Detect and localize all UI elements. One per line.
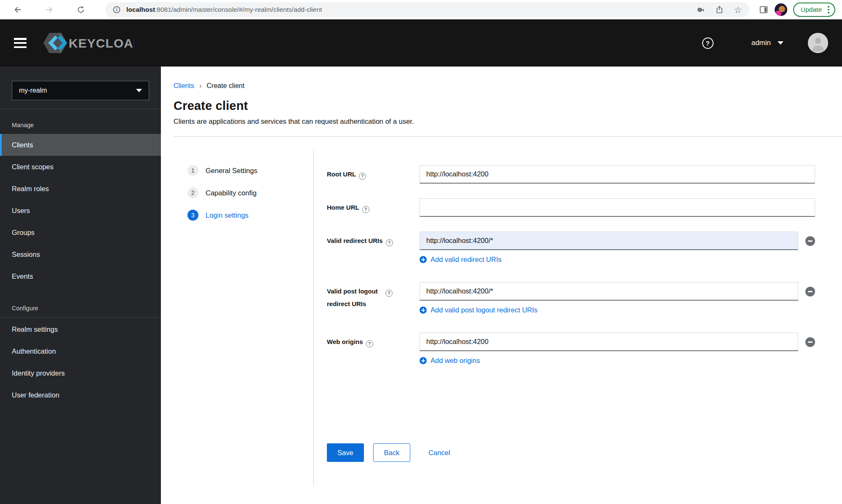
valid-redirect-uris-label: Valid redirect URIs (327, 232, 420, 246)
save-button[interactable]: Save (327, 443, 364, 462)
page-title: Create client (174, 99, 842, 113)
masthead: KEYCLOAK admin (0, 19, 842, 67)
site-info-icon[interactable] (112, 5, 121, 14)
update-label: Update (801, 6, 822, 13)
share-icon[interactable] (715, 5, 724, 14)
chevron-down-icon (778, 41, 783, 45)
svg-text:KEYCLOAK: KEYCLOAK (69, 36, 134, 50)
nav-toggle-icon[interactable] (14, 38, 27, 48)
page-subtitle: Clients are applications and services th… (174, 117, 842, 125)
remove-web-origin-button[interactable] (805, 337, 815, 347)
valid-redirect-uri-input[interactable] (420, 232, 798, 250)
step-number: 3 (187, 210, 198, 221)
add-web-origins-link[interactable]: Add web origins (420, 357, 480, 365)
help-icon[interactable] (702, 37, 714, 49)
browser-reload-icon[interactable] (76, 5, 86, 15)
wizard-steps: 1 General Settings 2 Capability config 3… (161, 137, 313, 499)
sidebar: my-realm Manage Clients Client scopes Re… (0, 67, 161, 504)
root-url-label: Root URL (327, 165, 420, 180)
user-menu[interactable]: admin (751, 39, 783, 47)
address-bar[interactable]: localhost:8081/admin/master/console/#/my… (105, 2, 749, 17)
realm-name: my-realm (19, 87, 47, 94)
step-number: 1 (187, 165, 198, 176)
sidebar-item-authentication[interactable]: Authentication (0, 340, 161, 362)
remove-redirect-uri-button[interactable] (805, 236, 815, 246)
chevron-down-icon (136, 89, 142, 92)
root-url-row: Root URL (327, 165, 815, 184)
valid-post-logout-label: Valid post logout redirect URIs (327, 282, 420, 310)
help-icon[interactable] (359, 173, 366, 180)
main-content: Clients Create client Create client Clie… (161, 67, 842, 504)
sidebar-item-identity-providers[interactable]: Identity providers (0, 362, 161, 384)
sidebar-item-realm-settings[interactable]: Realm settings (0, 318, 161, 340)
back-button[interactable]: Back (373, 443, 411, 462)
sidebar-divider (0, 317, 161, 317)
home-url-row: Home URL (327, 198, 815, 217)
breadcrumb-separator-icon (199, 82, 202, 90)
nav-section-configure: Configure (0, 287, 161, 312)
step-label: General Settings (206, 167, 257, 175)
valid-post-logout-uri-input[interactable] (420, 282, 798, 301)
username: admin (751, 39, 771, 47)
add-valid-redirect-uris-link[interactable]: Add valid redirect URIs (420, 256, 502, 264)
browser-profile-avatar[interactable] (775, 3, 787, 16)
browser-menu-icon[interactable] (826, 5, 831, 14)
breadcrumb: Clients Create client (174, 82, 842, 90)
plus-icon (420, 357, 427, 364)
sidebar-item-client-scopes[interactable]: Client scopes (0, 156, 161, 178)
help-icon[interactable] (366, 340, 373, 347)
plus-icon (420, 307, 427, 314)
sidebar-item-sessions[interactable]: Sessions (0, 243, 161, 265)
web-origins-input[interactable] (420, 333, 798, 351)
user-avatar[interactable] (808, 33, 828, 53)
side-panel-icon[interactable] (759, 5, 769, 15)
browser-toolbar: localhost:8081/admin/master/console/#/my… (0, 0, 842, 19)
step-label: Capability config (206, 189, 257, 197)
wizard-step-general-settings[interactable]: 1 General Settings (187, 165, 313, 176)
sidebar-item-user-federation[interactable]: User federation (0, 384, 161, 406)
keycloak-logo: KEYCLOAK (43, 32, 134, 54)
url-host: localhost (126, 6, 155, 13)
login-settings-form: Root URL Home URL (314, 137, 842, 499)
valid-redirect-uris-row: Valid redirect URIs Add valid redirect U… (327, 232, 815, 265)
sidebar-item-events[interactable]: Events (0, 265, 161, 287)
url-path: :8081/admin/master/console/#/my-realm/cl… (155, 6, 322, 13)
step-number: 2 (187, 187, 198, 198)
web-origins-label: Web origins (327, 333, 420, 347)
screen: localhost:8081/admin/master/console/#/my… (0, 0, 842, 504)
sidebar-item-users[interactable]: Users (0, 200, 161, 221)
root-url-input[interactable] (420, 165, 815, 184)
sidebar-item-groups[interactable]: Groups (0, 221, 161, 243)
breadcrumb-current: Create client (207, 82, 245, 90)
valid-post-logout-row: Valid post logout redirect URIs Add vali… (327, 282, 815, 315)
bookmark-star-icon[interactable]: ☆ (733, 5, 743, 14)
step-label: Login settings (206, 211, 249, 219)
web-origins-row: Web origins Add web origins (327, 333, 815, 366)
wizard-step-login-settings[interactable]: 3 Login settings (187, 210, 313, 221)
home-url-input[interactable] (420, 198, 815, 217)
wizard-step-capability-config[interactable]: 2 Capability config (187, 187, 313, 198)
home-url-label: Home URL (327, 198, 420, 213)
url-text[interactable]: localhost:8081/admin/master/console/#/my… (126, 6, 687, 13)
breadcrumb-clients-link[interactable]: Clients (174, 82, 194, 90)
cancel-button[interactable]: Cancel (428, 443, 450, 462)
password-key-icon[interactable] (696, 5, 706, 14)
remove-post-logout-uri-button[interactable] (805, 287, 815, 296)
realm-selector[interactable]: my-realm (12, 81, 149, 100)
form-actions: Save Back Cancel (327, 443, 815, 462)
help-icon[interactable] (386, 239, 393, 246)
chrome-update-button[interactable]: Update (793, 3, 835, 17)
help-icon[interactable] (362, 206, 369, 213)
browser-back-icon[interactable] (13, 5, 23, 15)
plus-icon (420, 256, 427, 263)
add-post-logout-uris-link[interactable]: Add valid post logout redirect URIs (420, 306, 537, 314)
browser-forward-icon[interactable] (44, 5, 54, 15)
help-icon[interactable] (385, 290, 393, 297)
sidebar-item-clients[interactable]: Clients (0, 134, 161, 156)
sidebar-item-realm-roles[interactable]: Realm roles (0, 178, 161, 200)
nav-section-manage: Manage (0, 109, 161, 128)
